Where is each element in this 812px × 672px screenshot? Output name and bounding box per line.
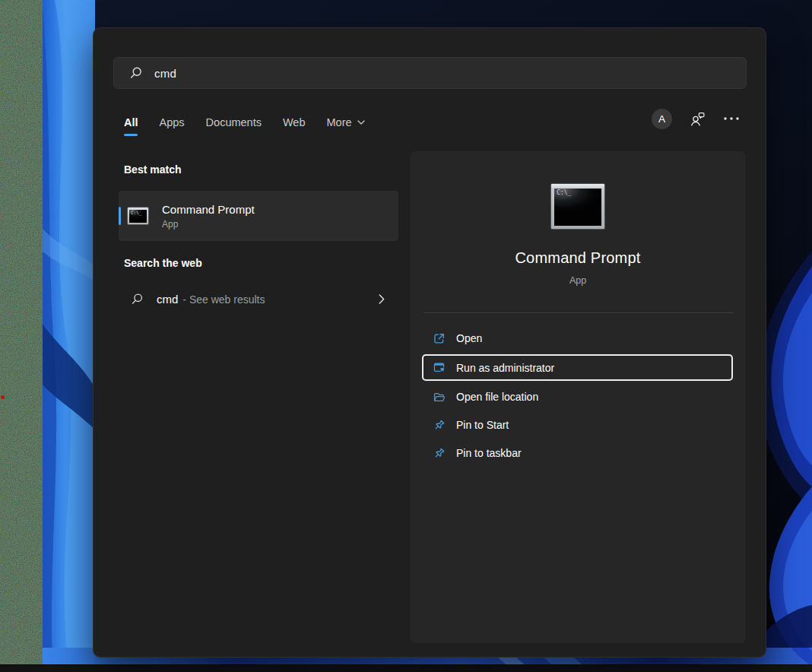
tab-web[interactable]: Web: [283, 116, 306, 128]
web-query-text: cmd: [157, 293, 178, 306]
best-match-result-command-prompt[interactable]: C:\_ Command Prompt App: [119, 191, 398, 241]
action-run-as-administrator[interactable]: Run as administrator: [422, 354, 733, 381]
action-pin-to-start[interactable]: Pin to Start: [422, 413, 733, 437]
divider: [423, 312, 733, 313]
tab-all[interactable]: All: [124, 116, 138, 128]
command-prompt-icon-large: C:\_: [550, 183, 605, 230]
best-match-subtitle: App: [162, 219, 255, 230]
search-query-text: cmd: [154, 67, 176, 80]
result-preview-pane: C:\_ Command Prompt App Open: [410, 151, 746, 643]
run-as-admin-shield-icon: [433, 361, 446, 374]
action-list: Open Run as administrator: [422, 326, 733, 469]
pin-icon: [433, 447, 446, 460]
open-external-icon: [433, 332, 446, 345]
search-the-web-header: Search the web: [124, 257, 202, 269]
taskbar-top-edge: [0, 664, 812, 672]
active-tab-underline: [124, 134, 138, 136]
chevron-right-icon: [379, 294, 385, 304]
selection-accent-bar: [119, 207, 121, 225]
action-pin-to-taskbar[interactable]: Pin to taskbar: [422, 441, 733, 465]
feedback-icon[interactable]: [690, 111, 706, 127]
action-open[interactable]: Open: [422, 326, 733, 350]
search-flyout-panel: cmd All Apps Documents Web More A: [93, 27, 766, 658]
pin-icon: [433, 419, 446, 432]
red-artifact-dot: [1, 395, 5, 399]
web-search-result[interactable]: cmd - See web results: [119, 282, 398, 315]
wallpaper-noise-edge: [0, 0, 43, 666]
best-match-title: Command Prompt: [162, 203, 255, 216]
topbar-icons: A: [652, 107, 740, 130]
web-suffix-text: - See web results: [182, 293, 265, 306]
preview-app-type: App: [410, 275, 746, 286]
more-options-icon[interactable]: [723, 116, 740, 121]
preview-app-title: Command Prompt: [410, 249, 746, 267]
user-avatar[interactable]: A: [652, 109, 672, 129]
command-prompt-icon: C:\_: [127, 207, 149, 225]
search-icon: [129, 66, 143, 80]
search-input[interactable]: cmd: [113, 57, 747, 89]
action-open-file-location[interactable]: Open file location: [422, 385, 733, 409]
folder-open-icon: [433, 391, 446, 404]
tab-documents[interactable]: Documents: [206, 116, 262, 128]
search-filter-tabs: All Apps Documents Web More: [124, 113, 365, 132]
chevron-down-icon: [357, 120, 365, 125]
best-match-header: Best match: [124, 163, 181, 176]
tab-apps[interactable]: Apps: [160, 116, 185, 128]
search-icon: [131, 293, 144, 306]
tab-more[interactable]: More: [327, 116, 365, 128]
